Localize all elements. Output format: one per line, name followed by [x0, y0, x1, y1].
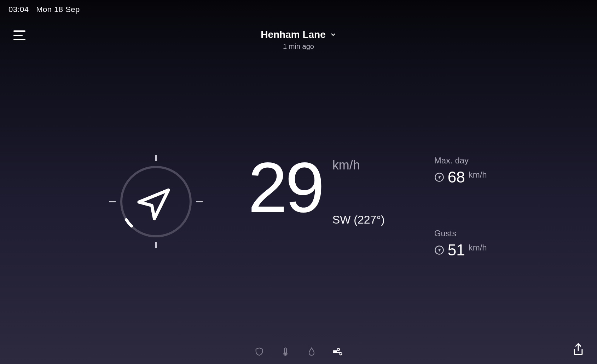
compass-small-icon — [434, 245, 444, 255]
menu-button[interactable] — [13, 30, 25, 40]
tab-wind[interactable] — [332, 346, 343, 357]
location-name: Henham Lane — [261, 29, 326, 40]
wind-compass — [110, 156, 202, 248]
bottom-tab-bar — [254, 346, 343, 357]
wind-speed-unit: km/h — [332, 158, 385, 173]
status-time: 03:04 — [8, 5, 29, 14]
stat-label: Max. day — [434, 156, 487, 166]
chevron-down-icon — [330, 31, 336, 38]
stat-value: 68 — [448, 168, 465, 186]
stat-unit: km/h — [469, 170, 487, 180]
status-date: Mon 18 Sep — [36, 5, 80, 14]
wind-icon — [332, 347, 343, 357]
tab-humidity[interactable] — [306, 346, 317, 357]
share-button[interactable] — [572, 343, 584, 356]
stat-label: Gusts — [434, 229, 487, 238]
compass-small-icon — [434, 172, 444, 182]
svg-point-9 — [285, 353, 286, 355]
status-bar: 03:04 Mon 18 Sep — [8, 5, 80, 14]
stats-column: Max. day 68 km/h Gusts 51 km/h — [434, 156, 487, 259]
thermometer-icon — [280, 347, 290, 357]
last-updated: 1 min ago — [0, 42, 597, 51]
stat-gusts: Gusts 51 km/h — [434, 229, 487, 259]
menu-icon — [13, 30, 25, 32]
share-icon — [572, 343, 584, 356]
location-selector[interactable]: Henham Lane — [261, 29, 336, 40]
tab-temperature[interactable] — [280, 346, 291, 357]
stat-max-day: Max. day 68 km/h — [434, 156, 487, 186]
tab-shield[interactable] — [254, 346, 265, 357]
wind-speed-value: 29 — [248, 156, 322, 219]
shield-icon — [254, 347, 264, 357]
svg-marker-8 — [437, 248, 442, 252]
wind-direction-label: SW (227°) — [332, 213, 385, 226]
svg-marker-6 — [437, 175, 442, 179]
stat-unit: km/h — [469, 243, 487, 253]
wind-reading: 29 km/h SW (227°) — [248, 156, 384, 226]
droplet-icon — [307, 347, 317, 357]
main-content: 29 km/h SW (227°) Max. day 68 km/h Gusts… — [0, 156, 597, 259]
stat-value: 51 — [448, 241, 465, 259]
compass-icon — [106, 152, 205, 251]
